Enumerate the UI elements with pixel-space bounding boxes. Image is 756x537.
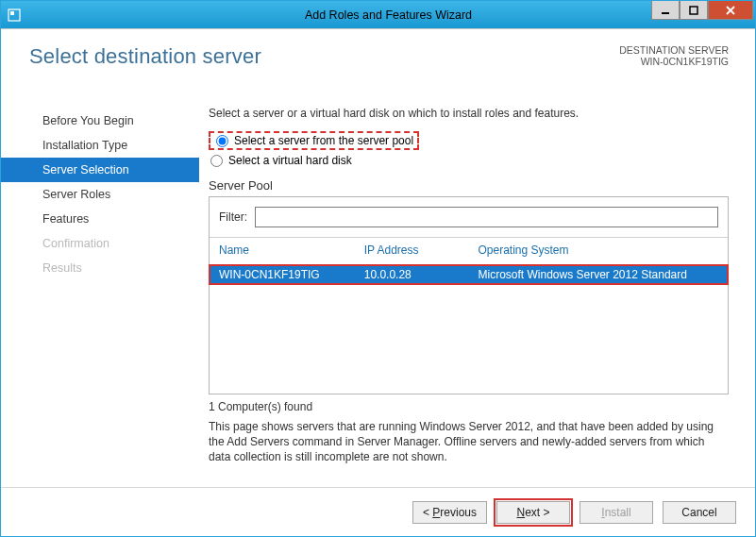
wizard-window: Add Roles and Features Wizard Select des… [0,0,756,537]
client-area: Select destination server DESTINATION SE… [1,28,755,536]
cell-os: Microsoft Windows Server 2012 Standard [468,265,728,285]
footer: < PPreviousrevious Next >Next > InstallI… [1,487,755,536]
next-button[interactable]: Next >Next > [496,501,570,524]
previous-button[interactable]: < PPreviousrevious [412,501,487,524]
sidebar-item-confirmation: Confirmation [1,231,199,256]
page-title: Select destination server [29,44,261,69]
sidebar-item-results: Results [1,256,199,280]
svg-rect-1 [10,11,14,15]
radio-vhd[interactable] [210,155,223,167]
body-row: Before You Begin Installation Type Serve… [1,95,755,483]
app-icon [7,8,22,23]
server-pool-label: Server Pool [209,178,729,193]
destination-value: WIN-0CN1KF19TIG [619,56,729,67]
install-button: InstallInstall [580,501,653,524]
table-row[interactable]: WIN-0CN1KF19TIG 10.0.0.28 Microsoft Wind… [210,265,728,285]
col-ip[interactable]: IP Address [355,238,469,265]
sidebar-item-server-roles[interactable]: Server Roles [1,182,199,207]
radio-row-server-pool[interactable]: Select a server from the server pool [209,129,729,152]
cancel-button[interactable]: Cancel [663,501,736,524]
destination-label: DESTINATION SERVER [619,44,729,56]
radio-vhd-label: Select a virtual hard disk [228,154,352,167]
radio-server-pool[interactable] [216,135,228,147]
cell-name: WIN-0CN1KF19TIG [210,265,355,285]
table-header-row: Name IP Address Operating System [210,238,728,265]
filter-row: Filter: [210,197,728,238]
col-name[interactable]: Name [210,238,355,265]
maximize-button[interactable] [680,1,708,20]
filter-label: Filter: [219,210,247,224]
minimize-button[interactable] [651,1,680,20]
close-button[interactable] [708,1,753,20]
sidebar-item-features[interactable]: Features [1,207,199,231]
sidebar-item-before-you-begin[interactable]: Before You Begin [1,109,199,133]
radio-server-pool-label: Select a server from the server pool [234,134,413,147]
sidebar-item-server-selection[interactable]: Server Selection [1,158,199,182]
window-title: Add Roles and Features Wizard [22,8,755,22]
table-empty-space [210,284,728,394]
server-table: Name IP Address Operating System WIN-0CN… [210,238,728,394]
info-text: This page shows servers that are running… [209,419,729,465]
titlebar: Add Roles and Features Wizard [1,1,755,28]
main-panel: Select a server or a virtual hard disk o… [199,95,755,483]
instruction-text: Select a server or a virtual hard disk o… [209,107,729,120]
sidebar-item-installation-type[interactable]: Installation Type [1,133,199,158]
header-row: Select destination server DESTINATION SE… [1,29,755,95]
sidebar: Before You Begin Installation Type Serve… [1,95,199,483]
svg-rect-3 [690,7,697,14]
col-os[interactable]: Operating System [468,238,728,265]
cell-ip: 10.0.0.28 [355,265,469,285]
destination-block: DESTINATION SERVER WIN-0CN1KF19TIG [619,44,729,67]
filter-input[interactable] [255,207,718,227]
window-buttons [651,1,753,20]
radio-row-vhd[interactable]: Select a virtual hard disk [209,152,729,169]
count-text: 1 Computer(s) found [209,400,729,413]
server-pool-box: Filter: Name IP Address Operating System [209,196,729,394]
